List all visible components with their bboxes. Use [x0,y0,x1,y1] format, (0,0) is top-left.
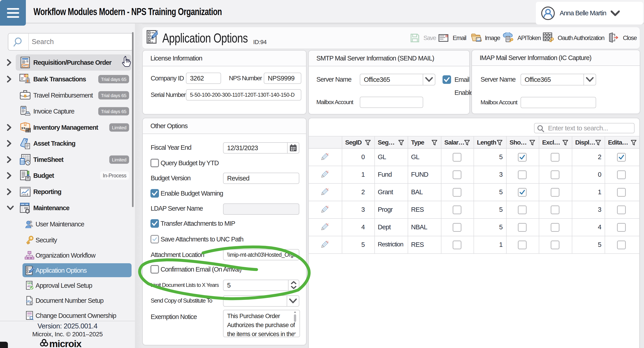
svg-text:123: 123 [27,282,32,285]
svg-text:microix: microix [49,338,82,348]
